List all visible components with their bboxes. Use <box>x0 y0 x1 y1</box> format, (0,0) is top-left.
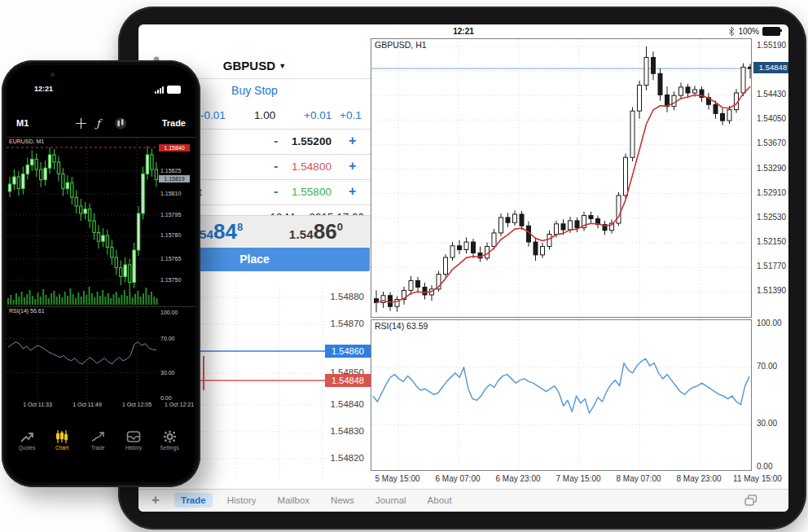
phone-tab-quotes[interactable]: Quotes <box>9 430 45 451</box>
phone-toolbar: M1 ƒ Trade <box>7 114 195 135</box>
trade-icon <box>80 430 116 443</box>
main-chart-pane[interactable]: GBPUSD, H1 <box>371 38 752 318</box>
time-axis-label: 8 May 23:00 <box>676 474 721 483</box>
tab-trade[interactable]: Trade <box>174 493 213 508</box>
ipad-clock: 12:21 <box>138 27 788 36</box>
phone-tab-label: Settings <box>152 445 187 451</box>
mini-current-price-badge: 1.54848 <box>325 374 371 387</box>
tab-news[interactable]: News <box>324 493 361 508</box>
iphone-screen: 12:21 M1 ƒ Trade EURUSD, M1 1.158251.158… <box>7 65 195 482</box>
phone-time-axis: 1 Oct 11:331 Oct 11:491 Oct 12:051 Oct 1… <box>7 402 195 410</box>
stop-loss-value[interactable]: 1.54800 <box>281 160 342 173</box>
mini-axis-label: 1.54840 <box>315 399 364 409</box>
price-axis-label: 1.52910 <box>757 188 786 197</box>
time-axis-label: 6 May 07:00 <box>435 474 480 483</box>
phone-rsi-title: RSI(14) 56.61 <box>9 308 45 314</box>
timeframe-button[interactable]: M1 <box>16 118 29 128</box>
current-price-badge: 1.54848 <box>753 62 788 73</box>
phone-rsi-label: 0.00 <box>160 395 172 401</box>
phone-price-label: 1.15750 <box>160 277 181 283</box>
price-axis-label: 1.55190 <box>757 41 786 50</box>
phone-rsi-label: 70.00 <box>160 336 175 341</box>
mini-axis-label: 1.54870 <box>315 319 364 328</box>
time-axis-label: 7 May 15:00 <box>556 474 600 483</box>
tab-about[interactable]: About <box>421 493 459 508</box>
history-icon <box>116 430 152 443</box>
iphone-device: 12:21 M1 ƒ Trade EURUSD, M1 1.158251.158… <box>2 60 200 487</box>
price-axis-label: 1.51770 <box>757 262 786 270</box>
ask-price[interactable]: 1.54860 <box>289 219 343 244</box>
chevron-down-icon: ▼ <box>279 62 286 70</box>
battery-icon <box>762 27 780 36</box>
take-profit-minus-button[interactable]: - <box>274 184 278 199</box>
chart-window: GBPUSD, H1 RSI(14) 63.59 1.551901.548101… <box>371 37 788 487</box>
phone-tab-label: Quotes <box>9 445 45 451</box>
phone-rsi-pane[interactable]: RSI(14) 56.61 100.0070.0030.000.00 <box>7 306 195 402</box>
phone-tab-chart[interactable]: Chart <box>44 430 80 451</box>
rsi-pane[interactable]: RSI(14) 63.59 <box>371 319 752 471</box>
stop-loss-plus-button[interactable]: + <box>349 159 356 174</box>
price-plus-button[interactable]: + <box>349 134 356 148</box>
price-axis-label: 1.53670 <box>757 138 786 147</box>
time-axis-label: 8 May 07:00 <box>616 474 661 483</box>
time-axis-label: 5 May 15:00 <box>375 474 419 483</box>
camera-icon <box>50 73 55 77</box>
price-value[interactable]: 1.55200 <box>281 135 342 147</box>
pages-icon[interactable] <box>744 495 758 506</box>
phone-time-label: 1 Oct 12:05 <box>122 402 152 407</box>
phone-tab-label: Chart <box>44 445 80 451</box>
phone-tab-history[interactable]: History <box>116 430 152 451</box>
function-icon[interactable]: ƒ <box>96 117 100 130</box>
price-axis-label: 1.52150 <box>757 237 786 246</box>
chart-title: GBPUSD, H1 <box>375 40 427 50</box>
phone-chart-pane[interactable]: EURUSD, M1 1.158251.158101.157951.157801… <box>7 137 195 307</box>
phone-battery-icon <box>167 86 181 94</box>
signal-icon <box>155 86 164 94</box>
phone-tab-label: Trade <box>80 445 116 451</box>
phone-price-label: 1.15810 <box>160 191 181 196</box>
volume-value[interactable]: 1.00 <box>254 109 275 121</box>
settings-icon <box>152 430 187 443</box>
stop-loss-minus-button[interactable]: - <box>274 159 278 174</box>
phone-rsi-label: 30.00 <box>160 370 175 376</box>
rsi-axis-label: 0.00 <box>757 462 772 471</box>
phone-clock: 12:21 <box>34 85 53 93</box>
mini-axis-label: 1.54830 <box>315 426 364 436</box>
chart-icon <box>44 430 80 443</box>
phone-trade-button[interactable]: Trade <box>162 118 186 128</box>
rsi-axis-label: 100.00 <box>757 319 782 328</box>
mini-axis-label: 1.54820 <box>315 453 364 463</box>
phone-tab-trade[interactable]: Trade <box>80 430 116 451</box>
price-axis-label: 1.54430 <box>757 90 786 99</box>
volume-inc-small-button[interactable]: +0.01 <box>304 109 332 121</box>
tab-history[interactable]: History <box>221 493 263 508</box>
take-profit-plus-button[interactable]: + <box>349 184 356 199</box>
tab-journal[interactable]: Journal <box>369 493 413 508</box>
take-profit-value[interactable]: 1.55800 <box>281 186 342 198</box>
battery-percent: 100% <box>738 27 759 36</box>
volume-dec-small-button[interactable]: -0.01 <box>200 109 226 121</box>
ipad-device: 12:21 100% GBPUSD ▼ Buy Stop -0.1 -0.01 … <box>118 7 806 530</box>
time-axis-label: 11 May 15:00 <box>733 474 782 483</box>
ipad-screen: 12:21 100% GBPUSD ▼ Buy Stop -0.1 -0.01 … <box>138 24 788 512</box>
indicator-icon[interactable] <box>114 117 128 130</box>
phone-rsi-label: 100.00 <box>160 310 178 315</box>
rsi-axis-label: 70.00 <box>757 362 777 371</box>
quotes-icon <box>9 430 45 443</box>
phone-tab-settings[interactable]: Settings <box>152 430 187 451</box>
add-tab-button[interactable]: + <box>152 492 160 508</box>
tab-mailbox[interactable]: Mailbox <box>270 493 316 508</box>
phone-price-label: 1.15795 <box>160 212 181 218</box>
volume-inc-big-button[interactable]: +0.1 <box>340 109 362 121</box>
rsi-axis-label: 30.00 <box>757 419 777 428</box>
crosshair-icon[interactable] <box>75 117 87 130</box>
phone-tab-label: History <box>116 445 152 451</box>
price-minus-button[interactable]: - <box>274 134 278 148</box>
mini-order-price-badge: 1.54860 <box>325 345 371 358</box>
ipad-tab-bar: + TradeHistoryMailboxNewsJournalAbout <box>138 489 788 512</box>
price-axis-label: 1.54050 <box>757 114 786 123</box>
phone-time-label: 1 Oct 12:21 <box>165 402 194 407</box>
time-axis-label: 6 May 23:00 <box>495 474 540 483</box>
phone-red-level-badge: 1.15840 <box>159 144 190 152</box>
phone-tab-bar: QuotesChartTradeHistorySettings <box>7 422 195 471</box>
